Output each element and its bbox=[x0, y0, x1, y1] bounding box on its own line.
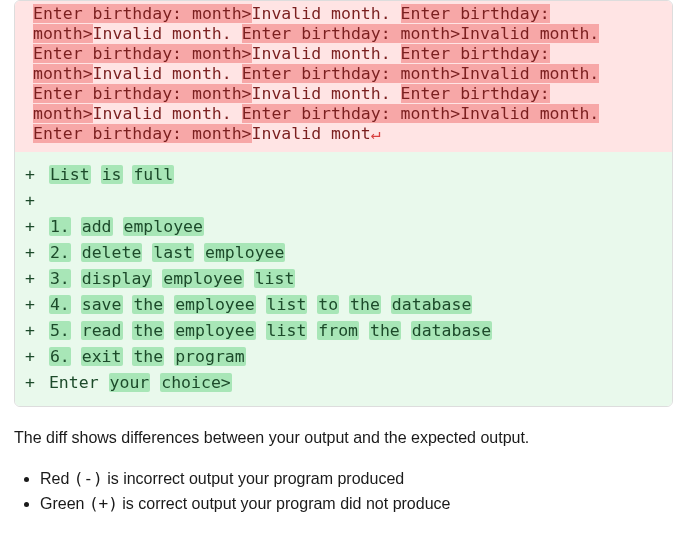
diff-explanation: The diff shows differences between your … bbox=[0, 421, 687, 459]
removed-text-highlight: Invalid month. bbox=[460, 24, 599, 43]
diff-container: Enter birthday: month>Invalid month. Ent… bbox=[14, 0, 673, 407]
added-text-highlight: employee bbox=[174, 321, 255, 340]
removed-text-highlight: Enter birthday: bbox=[401, 44, 550, 63]
removed-output-block: Enter birthday: month>Invalid month. Ent… bbox=[15, 1, 672, 152]
added-text-highlight: full bbox=[132, 165, 174, 184]
added-text-highlight: exit bbox=[81, 347, 123, 366]
added-text bbox=[307, 295, 317, 314]
added-text bbox=[381, 295, 391, 314]
added-text-highlight: is bbox=[101, 165, 123, 184]
removed-text-highlight: Enter birthday: month> bbox=[33, 4, 252, 23]
removed-text bbox=[599, 64, 609, 83]
added-text bbox=[71, 217, 81, 236]
added-text-highlight: the bbox=[132, 295, 164, 314]
removed-text: Invalid month. bbox=[252, 44, 401, 63]
added-text-highlight: program bbox=[174, 347, 246, 366]
added-text-highlight: your bbox=[109, 373, 151, 392]
added-text bbox=[91, 165, 101, 184]
removed-text: Invalid month. bbox=[252, 4, 401, 23]
removed-text-highlight: month> bbox=[33, 104, 93, 123]
added-text bbox=[164, 347, 174, 366]
added-line: + 5. read the employee list from the dat… bbox=[21, 318, 664, 344]
removed-text-highlight: Enter birthday: month> bbox=[242, 64, 461, 83]
added-text bbox=[339, 295, 349, 314]
added-text: Enter bbox=[49, 373, 109, 392]
added-text bbox=[123, 165, 133, 184]
added-text-highlight: employee bbox=[123, 217, 204, 236]
added-text-highlight: 4. bbox=[49, 295, 71, 314]
removed-text bbox=[599, 24, 609, 43]
removed-text: Invalid month. bbox=[93, 24, 242, 43]
added-text bbox=[71, 269, 81, 288]
removed-text-highlight: Enter birthday: bbox=[401, 84, 550, 103]
legend-red-pre: Red bbox=[40, 470, 74, 487]
removed-text-highlight: Invalid month. bbox=[460, 64, 599, 83]
added-text-highlight: display bbox=[81, 269, 153, 288]
plus-icon: (+) bbox=[89, 494, 118, 513]
added-line-content: 6. exit the program bbox=[39, 344, 664, 370]
minus-icon: (-) bbox=[74, 469, 103, 488]
added-line: + 3. display employee list bbox=[21, 266, 664, 292]
added-text-highlight: the bbox=[369, 321, 401, 340]
added-text bbox=[401, 321, 411, 340]
added-text-highlight: the bbox=[132, 321, 164, 340]
added-line-content: 4. save the employee list to the databas… bbox=[39, 292, 664, 318]
added-text bbox=[256, 321, 266, 340]
added-text-highlight: save bbox=[81, 295, 123, 314]
plus-marker: + bbox=[21, 214, 39, 240]
added-text-highlight: list bbox=[266, 295, 308, 314]
added-text-highlight: 1. bbox=[49, 217, 71, 236]
plus-marker: + bbox=[21, 240, 39, 266]
removed-text: Invalid mont bbox=[252, 124, 371, 143]
removed-text-highlight: Enter birthday: bbox=[401, 4, 550, 23]
plus-marker: + bbox=[21, 188, 39, 214]
removed-text bbox=[599, 104, 609, 123]
added-output-block: + List is full+ + 1. add employee+ 2. de… bbox=[15, 152, 672, 406]
added-text-highlight: last bbox=[152, 243, 194, 262]
added-text bbox=[71, 295, 81, 314]
added-text-highlight: from bbox=[317, 321, 359, 340]
removed-text-highlight: Enter birthday: month> bbox=[33, 124, 252, 143]
added-text bbox=[142, 243, 152, 262]
added-text-highlight: delete bbox=[81, 243, 143, 262]
removed-text: Invalid month. bbox=[252, 84, 401, 103]
added-text-highlight: List bbox=[49, 165, 91, 184]
diff-legend: Red (-) is incorrect output your program… bbox=[0, 459, 687, 527]
added-text bbox=[71, 321, 81, 340]
added-text bbox=[307, 321, 317, 340]
added-line: + bbox=[21, 188, 664, 214]
added-text-highlight: 2. bbox=[49, 243, 71, 262]
plus-marker: + bbox=[21, 162, 39, 188]
plus-marker: + bbox=[21, 344, 39, 370]
added-line-content: 5. read the employee list from the datab… bbox=[39, 318, 664, 344]
added-line-content: 3. display employee list bbox=[39, 266, 664, 292]
removed-text-highlight: Enter birthday: month> bbox=[33, 44, 252, 63]
added-text-highlight: database bbox=[411, 321, 492, 340]
added-text-highlight: list bbox=[254, 269, 296, 288]
removed-text: Invalid month. bbox=[93, 64, 242, 83]
added-line: + 4. save the employee list to the datab… bbox=[21, 292, 664, 318]
added-text-highlight: the bbox=[132, 347, 164, 366]
added-text-highlight: list bbox=[266, 321, 308, 340]
added-text-highlight: 6. bbox=[49, 347, 71, 366]
added-text bbox=[113, 217, 123, 236]
removed-text-highlight: month> bbox=[33, 64, 93, 83]
removed-text bbox=[550, 84, 560, 103]
added-text-highlight: to bbox=[317, 295, 339, 314]
added-text bbox=[150, 373, 160, 392]
plus-marker: + bbox=[21, 266, 39, 292]
added-text bbox=[123, 347, 133, 366]
added-text-highlight: read bbox=[81, 321, 123, 340]
added-text-highlight: employee bbox=[204, 243, 285, 262]
plus-marker: + bbox=[21, 370, 39, 396]
legend-green-pre: Green bbox=[40, 495, 89, 512]
added-line-content: 2. delete last employee bbox=[39, 240, 664, 266]
added-text bbox=[123, 295, 133, 314]
added-text-highlight: 3. bbox=[49, 269, 71, 288]
added-line: + 1. add employee bbox=[21, 214, 664, 240]
added-text-highlight: choice> bbox=[160, 373, 232, 392]
added-text bbox=[256, 295, 266, 314]
removed-text-highlight: Invalid month. bbox=[460, 104, 599, 123]
removed-text-highlight: Enter birthday: month> bbox=[242, 24, 461, 43]
added-text bbox=[152, 269, 162, 288]
